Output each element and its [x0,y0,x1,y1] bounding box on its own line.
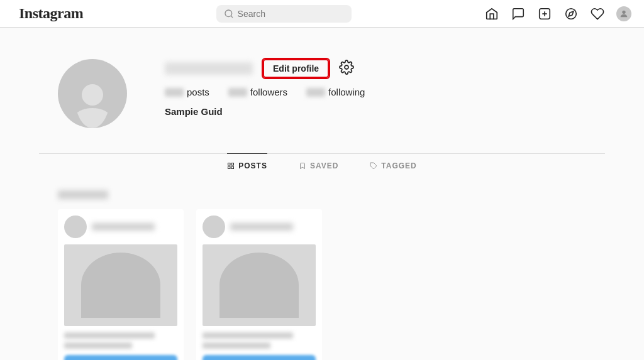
post-action-button[interactable] [203,355,316,360]
svg-marker-6 [569,11,574,16]
posts-grid [58,209,586,360]
post-text-line2 [203,342,270,349]
svg-point-8 [345,65,348,69]
post-action-button[interactable] [64,355,177,360]
grid-icon [227,162,235,170]
profile-tabs: POSTS SAVED TAGGED [39,154,605,178]
search-bar[interactable] [216,5,352,23]
profile-display-name: Sampie Guid [165,106,586,117]
posts-count [165,88,184,97]
following-stat[interactable]: following [306,87,365,97]
tag-icon [370,162,377,170]
profile-stats: posts followers following [165,87,586,97]
following-label: following [328,87,365,97]
user-avatar-header[interactable] [616,6,631,21]
post-username-blurred [230,223,293,231]
svg-point-7 [622,10,625,13]
home-icon[interactable] [484,6,499,21]
header-icons [484,6,631,21]
svg-rect-11 [231,166,234,169]
bookmark-icon [299,162,306,170]
post-card [58,209,184,360]
posts-stat[interactable]: posts [165,87,209,97]
profile-avatar [58,59,127,128]
messenger-icon[interactable] [511,6,526,21]
settings-icon[interactable] [339,60,354,77]
post-card [196,209,322,360]
edit-profile-button[interactable]: Edit profile [263,59,329,78]
instagram-logo: Instagram [19,5,83,22]
posts-content [39,190,605,360]
post-text-line2 [64,342,132,349]
svg-rect-12 [228,166,231,169]
main-content: Edit profile posts followers [0,28,644,360]
followers-stat[interactable]: followers [228,87,287,97]
post-text-line1 [64,332,155,339]
post-user-avatar [64,215,87,238]
profile-top-row: Edit profile [165,59,586,78]
heart-icon[interactable] [590,6,605,21]
section-label-blurred [58,190,108,199]
post-image [64,244,177,326]
tab-saved-label: SAVED [310,161,338,170]
post-user-avatar [203,215,225,238]
svg-rect-9 [228,163,231,166]
header: Instagram [0,0,644,28]
svg-point-5 [566,8,577,19]
add-icon[interactable] [537,6,552,21]
username-blurred [165,62,253,75]
svg-rect-10 [231,163,234,166]
following-count [306,88,325,97]
tab-saved[interactable]: SAVED [299,153,338,178]
post-username-blurred [92,223,155,231]
tab-tagged[interactable]: TAGGED [370,153,416,178]
post-text-line1 [203,332,293,339]
followers-count [228,88,247,97]
tab-posts[interactable]: POSTS [227,153,267,178]
profile-section: Edit profile posts followers [39,46,605,141]
svg-point-0 [225,10,232,17]
search-input[interactable] [238,9,344,19]
tab-tagged-label: TAGGED [381,161,416,170]
tab-posts-label: POSTS [238,161,267,170]
post-avatar-row [64,215,177,238]
svg-line-1 [231,16,233,18]
followers-label: followers [250,87,287,97]
search-icon [224,9,234,19]
post-avatar-row [203,215,316,238]
post-image [203,244,316,326]
profile-info: Edit profile posts followers [165,59,586,117]
posts-label: posts [187,87,209,97]
explore-icon[interactable] [564,6,579,21]
